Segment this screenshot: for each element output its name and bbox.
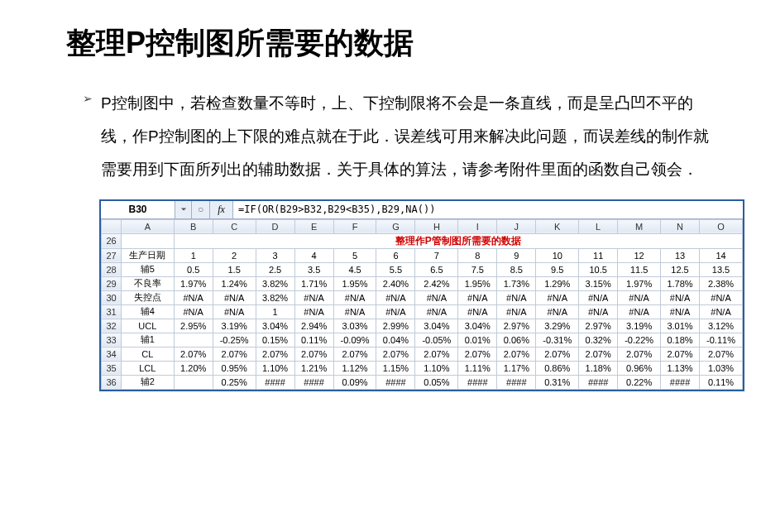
cell[interactable]: #N/A	[618, 304, 661, 319]
cell[interactable]: 2.07%	[213, 347, 256, 361]
cell[interactable]: 3.82%	[256, 290, 294, 304]
cell[interactable]: 1.95%	[458, 276, 497, 290]
row-label[interactable]: 不良率	[122, 276, 175, 290]
column-header[interactable]: I	[458, 219, 497, 233]
cell[interactable]: #N/A	[333, 290, 376, 304]
cell[interactable]: -0.31%	[536, 333, 579, 347]
cell[interactable]: #N/A	[213, 290, 256, 304]
cell[interactable]: 14	[700, 248, 743, 262]
cell[interactable]: #N/A	[618, 290, 661, 304]
cell[interactable]: 1.95%	[333, 276, 376, 290]
cell[interactable]: 13	[661, 248, 700, 262]
cell[interactable]: 2.07%	[579, 347, 618, 361]
cell[interactable]: 11	[579, 248, 618, 262]
cell[interactable]: 7.5	[458, 262, 497, 276]
cell[interactable]: 0.05%	[415, 375, 458, 389]
column-header[interactable]: F	[333, 219, 376, 233]
cell[interactable]: 0.31%	[536, 375, 579, 389]
cell[interactable]: #N/A	[333, 304, 376, 319]
cell[interactable]	[174, 375, 213, 389]
cell[interactable]: #N/A	[536, 290, 579, 304]
column-header[interactable]: O	[700, 219, 743, 233]
cell[interactable]: 1.18%	[579, 361, 618, 375]
row-header[interactable]: 29	[102, 276, 122, 290]
row-header[interactable]: 28	[102, 262, 122, 276]
cell[interactable]: 9	[497, 248, 536, 262]
row-label[interactable]: CL	[122, 347, 175, 361]
cell[interactable]: #N/A	[376, 304, 415, 319]
cell[interactable]: 10.5	[579, 262, 618, 276]
cell[interactable]: 2.40%	[376, 276, 415, 290]
cell[interactable]: 3.19%	[213, 319, 256, 333]
row-label[interactable]: 失控点	[122, 290, 175, 304]
cell[interactable]: 0.11%	[294, 333, 333, 347]
cell[interactable]: 2.07%	[256, 347, 294, 361]
cell[interactable]: #N/A	[661, 290, 700, 304]
cell[interactable]: 2.07%	[294, 347, 333, 361]
cell[interactable]: 7	[415, 248, 458, 262]
cell[interactable]: 6.5	[415, 262, 458, 276]
row-label[interactable]: 辅1	[122, 333, 175, 347]
cell[interactable]: #N/A	[700, 304, 743, 319]
cell[interactable]: ####	[661, 375, 700, 389]
cell[interactable]: 1.97%	[174, 276, 213, 290]
cell[interactable]: 1.11%	[458, 361, 497, 375]
cell[interactable]: 4	[294, 248, 333, 262]
cell[interactable]: 3.82%	[256, 276, 294, 290]
row-header[interactable]: 27	[102, 248, 122, 262]
cell[interactable]: ####	[294, 375, 333, 389]
cell[interactable]: 11.5	[618, 262, 661, 276]
cell[interactable]: 0.18%	[661, 333, 700, 347]
cell[interactable]: 0.32%	[579, 333, 618, 347]
cell[interactable]: #N/A	[458, 304, 497, 319]
cell[interactable]: 1	[256, 304, 294, 319]
cell[interactable]: 3.5	[294, 262, 333, 276]
cell[interactable]: 3.15%	[579, 276, 618, 290]
cell[interactable]: #N/A	[497, 304, 536, 319]
cell[interactable]: 0.06%	[497, 333, 536, 347]
cell[interactable]: -0.22%	[618, 333, 661, 347]
cell[interactable]: 3.12%	[700, 319, 743, 333]
cell[interactable]: ####	[376, 375, 415, 389]
cell[interactable]: 1.12%	[333, 361, 376, 375]
cell[interactable]: 2	[213, 248, 256, 262]
cell[interactable]: 2.42%	[415, 276, 458, 290]
row-header[interactable]: 31	[102, 304, 122, 319]
row-label[interactable]: 生产日期	[122, 248, 175, 262]
cell[interactable]: 3.19%	[618, 319, 661, 333]
cell[interactable]: 1.29%	[536, 276, 579, 290]
cell[interactable]: 0.5	[174, 262, 213, 276]
cell[interactable]: 0.96%	[618, 361, 661, 375]
cell[interactable]: 2.07%	[536, 347, 579, 361]
cell[interactable]: 2.07%	[376, 347, 415, 361]
column-header[interactable]: K	[536, 219, 579, 233]
cell[interactable]: #N/A	[700, 290, 743, 304]
column-header[interactable]: J	[497, 219, 536, 233]
cell[interactable]: #N/A	[294, 304, 333, 319]
cell[interactable]: 2.97%	[579, 319, 618, 333]
cell[interactable]: 2.94%	[294, 319, 333, 333]
cell[interactable]: -0.11%	[700, 333, 743, 347]
cell[interactable]: 1.10%	[256, 361, 294, 375]
cell[interactable]: 1.78%	[661, 276, 700, 290]
cell[interactable]: ####	[579, 375, 618, 389]
cell[interactable]: 5	[333, 248, 376, 262]
column-header[interactable]: B	[174, 219, 213, 233]
cell[interactable]: #N/A	[294, 290, 333, 304]
cell[interactable]: 1.97%	[618, 276, 661, 290]
cell[interactable]: 2.07%	[618, 347, 661, 361]
cell[interactable]: 1.03%	[700, 361, 743, 375]
cell[interactable]: 2.95%	[174, 319, 213, 333]
cell[interactable]: #N/A	[213, 304, 256, 319]
cell[interactable]: #N/A	[661, 304, 700, 319]
row-header[interactable]: 36	[102, 375, 122, 389]
cell[interactable]: #N/A	[458, 290, 497, 304]
cell[interactable]: #N/A	[174, 304, 213, 319]
cell[interactable]: ####	[458, 375, 497, 389]
row-label[interactable]: LCL	[122, 361, 175, 375]
cell[interactable]: #N/A	[536, 304, 579, 319]
column-header[interactable]: C	[213, 219, 256, 233]
cell[interactable]: 2.07%	[174, 347, 213, 361]
cell[interactable]: 4.5	[333, 262, 376, 276]
cell[interactable]: 2.07%	[661, 347, 700, 361]
